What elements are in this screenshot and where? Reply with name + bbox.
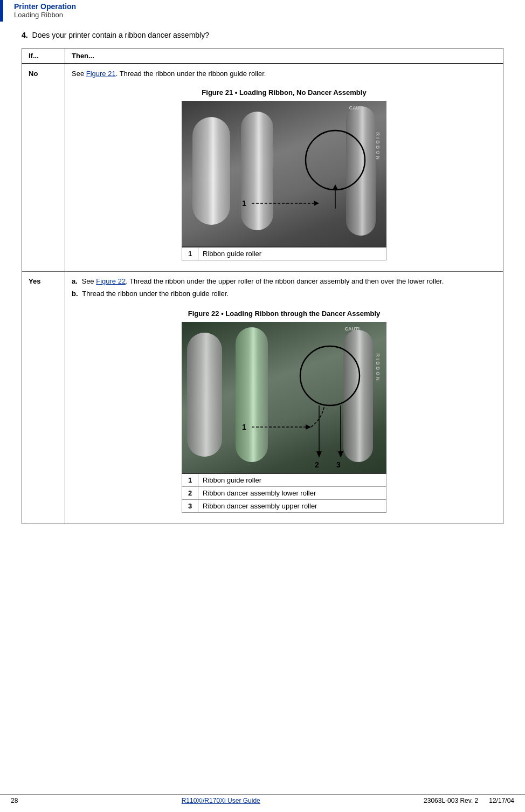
svg-text:1: 1 [242,199,246,208]
yes-item-a-label: a. [72,277,78,285]
breadcrumb: Printer Operation Loading Ribbon [0,0,525,20]
yes-item-a-text-body: . Thread the ribbon under the upper roll… [126,277,444,285]
figure22-link[interactable]: Figure 22 [96,277,126,285]
figure21-caption: Figure 21 • Loading Ribbon, No Dancer As… [202,88,366,97]
legend-row-f22-2: 2 Ribbon dancer assembly lower roller [182,487,386,500]
figure22-container: Figure 22 • Loading Ribbon through the D… [72,304,496,513]
yes-label: Yes [22,272,65,524]
main-table: If... Then... No See Figure 21. Thread t… [22,48,503,524]
svg-point-6 [300,346,360,405]
figure22-overlay: 1 2 3 [182,322,386,473]
svg-marker-10 [316,451,322,458]
svg-text:2: 2 [315,460,319,469]
figure21-link[interactable]: Figure 21 [86,70,116,78]
yes-item-b-text: Thread the ribbon under the ribbon guide… [82,290,229,298]
legend-desc-1: Ribbon guide roller [198,247,386,260]
svg-text:1: 1 [242,423,246,431]
svg-marker-2 [314,201,319,206]
svg-point-0 [306,130,365,190]
breadcrumb-subtitle: Loading Ribbon [14,11,514,19]
legend-num-f22-1: 1 [182,473,198,487]
footer-doc-link[interactable]: R110Xi/R170Xi User Guide [182,797,260,804]
no-text-prefix: See [72,70,86,78]
content-area: 4. Does your printer contain a ribbon da… [0,20,525,535]
step-question: 4. Does your printer contain a ribbon da… [22,31,503,39]
yes-item-b-label: b. [72,290,78,298]
legend-row-1: 1 Ribbon guide roller [182,247,386,260]
table-row-yes: Yes a. See Figure 22. Thread the ribbon … [22,272,503,524]
step-number: 4. [22,31,28,39]
legend-row-f22-3: 3 Ribbon dancer assembly upper roller [182,500,386,513]
no-then-text: See Figure 21. Thread the ribbon under t… [72,70,496,78]
legend-desc-f22-2: Ribbon dancer assembly lower roller [198,487,386,500]
header-then: Then... [65,49,503,64]
table-row-no: No See Figure 21. Thread the ribbon unde… [22,64,503,272]
yes-item-a: a. See Figure 22. Thread the ribbon unde… [72,277,496,285]
legend-num-f22-2: 2 [182,487,198,500]
figure21-image: RIBBON CAU [182,101,386,246]
page-wrapper: Printer Operation Loading Ribbon 4. Does… [0,0,525,812]
figure21-container: Figure 21 • Loading Ribbon, No Dancer As… [72,83,496,260]
svg-marker-12 [338,451,343,458]
page-footer: 28 R110Xi/R170Xi User Guide 23063L-003 R… [0,794,525,807]
yes-then-content: a. See Figure 22. Thread the ribbon unde… [65,272,503,524]
figure22-legend: 1 Ribbon guide roller 2 Ribbon dancer as… [182,473,386,513]
footer-doc-ref: 23063L-003 Rev. 2 12/17/04 [424,797,514,804]
no-text-suffix: . Thread the ribbon under the ribbon gui… [116,70,266,78]
breadcrumb-title: Printer Operation [14,2,514,11]
no-label: No [22,64,65,272]
yes-item-b: b. Thread the ribbon under the ribbon gu… [72,290,496,298]
legend-desc-f22-3: Ribbon dancer assembly upper roller [198,500,386,513]
yes-item-a-text-prefix: See [81,277,96,285]
no-then-content: See Figure 21. Thread the ribbon under t… [65,64,503,272]
footer-page-num: 28 [11,797,18,804]
figure21-overlay: 1 [182,101,386,246]
header-if: If... [22,49,65,64]
legend-num-f22-3: 3 [182,500,198,513]
left-bar [0,0,3,22]
figure22-caption: Figure 22 • Loading Ribbon through the D… [188,309,381,318]
svg-marker-8 [306,424,311,430]
legend-row-f22-1: 1 Ribbon guide roller [182,473,386,487]
figure21-legend: 1 Ribbon guide roller [182,246,386,260]
legend-num-1: 1 [182,247,198,260]
figure22-image: RIBBON CAUTI [182,322,386,473]
svg-marker-4 [333,184,338,190]
svg-text:3: 3 [336,460,341,469]
step-question-text: Does your printer contain a ribbon dance… [32,31,209,39]
legend-desc-f22-1: Ribbon guide roller [198,473,386,487]
